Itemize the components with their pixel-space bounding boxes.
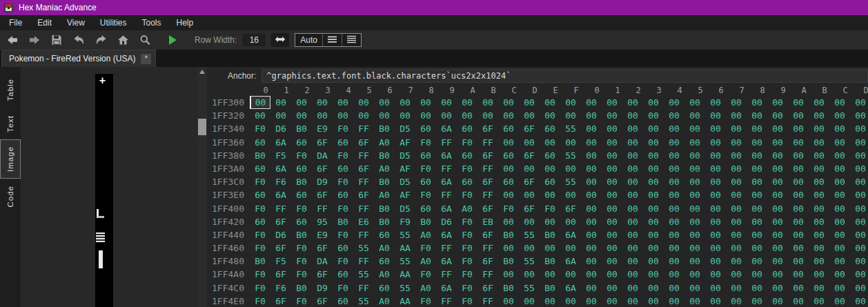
- hex-byte-cell[interactable]: D6: [270, 228, 291, 241]
- hex-byte-cell[interactable]: DA: [312, 149, 333, 162]
- menu-item-help[interactable]: Help: [169, 15, 201, 30]
- hex-byte-cell[interactable]: 6A: [436, 122, 457, 135]
- hex-byte-cell[interactable]: D6: [436, 215, 457, 228]
- hex-byte-cell[interactable]: 00: [829, 96, 850, 109]
- hex-byte-cell[interactable]: 00: [519, 136, 540, 149]
- hex-byte-cell[interactable]: F0: [250, 241, 270, 255]
- hex-byte-cell[interactable]: 00: [726, 122, 747, 135]
- hex-byte-cell[interactable]: 00: [809, 268, 829, 281]
- hex-byte-cell[interactable]: 00: [643, 202, 664, 215]
- hex-byte-cell[interactable]: 00: [581, 215, 602, 228]
- hex-byte-cell[interactable]: 00: [540, 215, 560, 228]
- hex-byte-cell[interactable]: B0: [291, 228, 312, 241]
- hex-byte-cell[interactable]: 00: [747, 281, 767, 295]
- hex-byte-cell[interactable]: F0: [457, 188, 477, 201]
- hex-byte-cell[interactable]: 6F: [519, 175, 540, 188]
- hex-byte-cell[interactable]: 00: [664, 136, 684, 149]
- hex-byte-cell[interactable]: A0: [374, 241, 395, 255]
- hex-byte-cell[interactable]: 00: [498, 96, 519, 109]
- hex-byte-cell[interactable]: 00: [850, 268, 868, 281]
- side-tab-image[interactable]: Image: [0, 139, 21, 179]
- hex-byte-cell[interactable]: B0: [498, 281, 519, 295]
- hex-byte-cell[interactable]: F6: [270, 281, 291, 295]
- hex-byte-cell[interactable]: 00: [767, 268, 788, 281]
- hex-byte-cell[interactable]: 00: [291, 96, 312, 109]
- hex-byte-cell[interactable]: 00: [850, 202, 868, 215]
- save-button[interactable]: [47, 32, 66, 48]
- hex-byte-cell[interactable]: 00: [850, 241, 868, 255]
- hex-byte-cell[interactable]: B0: [374, 175, 395, 188]
- hex-byte-cell[interactable]: D9: [312, 281, 333, 295]
- hex-byte-cell[interactable]: F5: [270, 255, 291, 268]
- hex-byte-cell[interactable]: 00: [560, 162, 581, 175]
- hex-byte-cell[interactable]: 00: [788, 149, 809, 162]
- hex-byte-cell[interactable]: 00: [809, 109, 829, 122]
- hex-byte-cell[interactable]: 00: [726, 175, 747, 188]
- hex-byte-cell[interactable]: 6A: [270, 136, 291, 149]
- hex-byte-cell[interactable]: 00: [747, 175, 767, 188]
- hex-byte-cell[interactable]: 00: [602, 268, 622, 281]
- hex-byte-cell[interactable]: A0: [374, 295, 395, 307]
- hex-byte-cell[interactable]: F0: [250, 228, 270, 241]
- hex-byte-cell[interactable]: 00: [788, 241, 809, 255]
- hex-byte-cell[interactable]: 00: [560, 268, 581, 281]
- hex-byte-cell[interactable]: 00: [498, 295, 519, 307]
- hex-byte-cell[interactable]: B0: [498, 255, 519, 268]
- tab-close-button[interactable]: *: [141, 54, 151, 64]
- hex-byte-cell[interactable]: F0: [291, 149, 312, 162]
- hex-byte-cell[interactable]: D6: [270, 122, 291, 135]
- hex-byte-cell[interactable]: 00: [850, 109, 868, 122]
- hex-byte-cell[interactable]: 00: [664, 188, 684, 201]
- hex-byte-cell[interactable]: B0: [540, 228, 560, 241]
- hex-byte-cell[interactable]: 00: [705, 175, 726, 188]
- hex-byte-cell[interactable]: 00: [747, 162, 767, 175]
- hex-byte-cell[interactable]: 00: [705, 122, 726, 135]
- hex-byte-cell[interactable]: 00: [353, 109, 374, 122]
- hex-byte-cell[interactable]: 00: [767, 162, 788, 175]
- hex-byte-cell[interactable]: 00: [664, 295, 684, 307]
- hex-byte-cell[interactable]: 00: [457, 96, 477, 109]
- hex-byte-cell[interactable]: 00: [622, 162, 643, 175]
- hex-byte-cell[interactable]: 6A: [560, 228, 581, 241]
- hex-byte-cell[interactable]: FF: [436, 162, 457, 175]
- hex-byte-cell[interactable]: 00: [643, 188, 664, 201]
- hex-byte-cell[interactable]: 00: [643, 255, 664, 268]
- hex-byte-cell[interactable]: 00: [581, 175, 602, 188]
- hex-byte-cell[interactable]: 00: [374, 109, 395, 122]
- hex-byte-cell[interactable]: 00: [684, 228, 705, 241]
- hex-byte-cell[interactable]: FF: [436, 295, 457, 307]
- hex-byte-cell[interactable]: F0: [333, 175, 353, 188]
- hex-byte-cell[interactable]: FF: [353, 281, 374, 295]
- hex-byte-cell[interactable]: 00: [664, 109, 684, 122]
- hex-byte-cell[interactable]: FF: [477, 188, 498, 201]
- hex-byte-cell[interactable]: 6F: [519, 202, 540, 215]
- hex-byte-cell[interactable]: 00: [684, 149, 705, 162]
- hex-byte-cell[interactable]: 55: [353, 295, 374, 307]
- hex-byte-cell[interactable]: 00: [809, 202, 829, 215]
- hex-byte-cell[interactable]: F0: [333, 202, 353, 215]
- hex-byte-cell[interactable]: 00: [643, 215, 664, 228]
- hex-byte-cell[interactable]: 00: [602, 241, 622, 255]
- hex-byte-cell[interactable]: 00: [664, 215, 684, 228]
- hex-byte-cell[interactable]: 00: [829, 188, 850, 201]
- hex-byte-cell[interactable]: F0: [415, 241, 436, 255]
- hex-byte-cell[interactable]: 60: [374, 255, 395, 268]
- hex-byte-cell[interactable]: 00: [767, 122, 788, 135]
- hex-byte-cell[interactable]: 00: [602, 281, 622, 295]
- hex-byte-cell[interactable]: 6A: [560, 255, 581, 268]
- hex-byte-cell[interactable]: 00: [602, 188, 622, 201]
- hex-byte-cell[interactable]: 00: [747, 136, 767, 149]
- hex-byte-cell[interactable]: 60: [415, 202, 436, 215]
- hex-byte-cell[interactable]: 00: [850, 136, 868, 149]
- menu-item-file[interactable]: File: [1, 15, 30, 30]
- hex-byte-cell[interactable]: FF: [477, 295, 498, 307]
- hex-byte-cell[interactable]: 00: [602, 96, 622, 109]
- hex-byte-cell[interactable]: 00: [540, 268, 560, 281]
- hex-byte-cell[interactable]: 6F: [312, 188, 333, 201]
- hex-byte-cell[interactable]: 00: [788, 122, 809, 135]
- hex-byte-cell[interactable]: 00: [726, 281, 747, 295]
- hex-byte-cell[interactable]: D5: [395, 149, 415, 162]
- hex-byte-cell[interactable]: 00: [519, 268, 540, 281]
- hex-byte-cell[interactable]: 60: [333, 188, 353, 201]
- hex-byte-cell[interactable]: 6F: [477, 255, 498, 268]
